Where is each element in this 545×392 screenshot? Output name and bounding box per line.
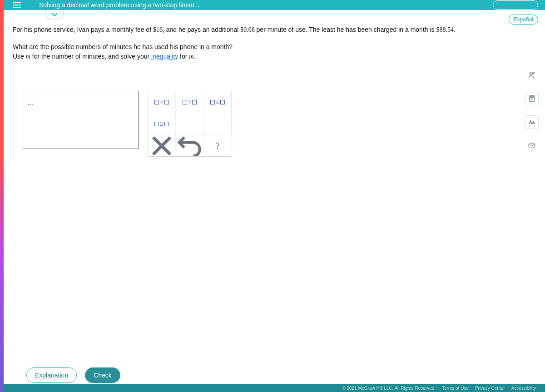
- left-accent-bar: [0, 0, 4, 392]
- check-button[interactable]: Check: [85, 367, 120, 383]
- person-icon: [528, 71, 536, 79]
- lt-symbol: <: [160, 99, 164, 106]
- answer-input[interactable]: [23, 91, 139, 149]
- symbol-keypad: < > ≤ ≥: [148, 91, 232, 157]
- key-undo[interactable]: [176, 135, 203, 156]
- rate-amount: $0.06: [240, 26, 255, 33]
- calculator-icon: [528, 94, 536, 103]
- bottom-bar: Explanation Check: [4, 360, 545, 384]
- tutor-button[interactable]: [525, 68, 539, 82]
- chevron-down-icon: [51, 12, 58, 17]
- mail-icon: [528, 142, 536, 150]
- key-greater-equal[interactable]: ≥: [148, 113, 176, 135]
- le-symbol: ≤: [216, 99, 219, 106]
- instruction-part: for the number of minutes, and solve you…: [30, 53, 151, 60]
- variable-m: m: [26, 53, 30, 60]
- ge-symbol: ≥: [160, 120, 164, 128]
- problem-part: , and he pays an additional: [163, 26, 240, 33]
- svg-point-5: [531, 98, 532, 99]
- top-bar: Solving a decimal word problem using a t…: [4, 0, 545, 10]
- instruction-part: .: [193, 53, 195, 60]
- undo-icon: [176, 132, 203, 157]
- key-less-than[interactable]: <: [148, 91, 176, 113]
- instruction-part: for: [178, 53, 189, 60]
- problem-part: For his phone service, Ivan pays a month…: [13, 26, 153, 33]
- footer-copyright: © 2021 McGraw Hill LLC. All Rights Reser…: [342, 386, 436, 391]
- footer-privacy[interactable]: Privacy Center: [475, 386, 505, 391]
- svg-point-9: [533, 99, 534, 100]
- key-clear[interactable]: [148, 135, 176, 156]
- question-icon: ?: [216, 141, 220, 151]
- svg-point-0: [530, 72, 533, 75]
- key-greater-than[interactable]: >: [176, 91, 203, 113]
- instruction-part: Use: [13, 53, 26, 60]
- problem-text: For his phone service, Ivan pays a month…: [13, 25, 518, 69]
- aa-icon: Aa: [529, 120, 535, 125]
- svg-point-4: [530, 98, 531, 99]
- x-icon: [148, 132, 175, 157]
- calculator-button[interactable]: [525, 92, 539, 105]
- explanation-button[interactable]: Explanation: [26, 367, 77, 383]
- min-charge: $88.54: [436, 26, 454, 33]
- user-pill[interactable]: [493, 0, 538, 10]
- lesson-title: Solving a decimal word problem using a t…: [39, 1, 199, 9]
- language-button[interactable]: Español: [509, 15, 538, 25]
- problem-part: per minute of use. The least he has been…: [255, 26, 436, 33]
- text-size-button[interactable]: Aa: [525, 115, 539, 129]
- fee-amount: $16: [153, 26, 163, 33]
- svg-point-8: [531, 99, 532, 100]
- side-toolbar: Aa: [525, 68, 539, 153]
- inequality-link[interactable]: inequality: [151, 53, 178, 60]
- svg-point-1: [533, 72, 535, 74]
- question-line: What are the possible numbers of minutes…: [13, 42, 518, 52]
- key-empty: [204, 113, 232, 135]
- gt-symbol: >: [188, 99, 192, 106]
- key-less-equal[interactable]: ≤: [204, 91, 232, 113]
- footer-accessibility[interactable]: Accessibility: [511, 386, 536, 391]
- message-button[interactable]: [525, 139, 539, 153]
- footer-terms[interactable]: Terms of Use: [442, 386, 469, 391]
- svg-point-6: [533, 98, 534, 99]
- key-empty: [176, 113, 203, 135]
- collapse-toggle[interactable]: [45, 10, 64, 19]
- menu-icon[interactable]: [13, 2, 21, 8]
- variable-m: m: [189, 53, 193, 60]
- svg-point-7: [530, 99, 531, 100]
- input-cursor: [28, 96, 33, 105]
- svg-rect-3: [530, 96, 534, 97]
- key-help[interactable]: ?: [204, 135, 232, 156]
- footer: © 2021 McGraw Hill LLC. All Rights Reser…: [4, 384, 545, 392]
- problem-part: .: [454, 26, 456, 33]
